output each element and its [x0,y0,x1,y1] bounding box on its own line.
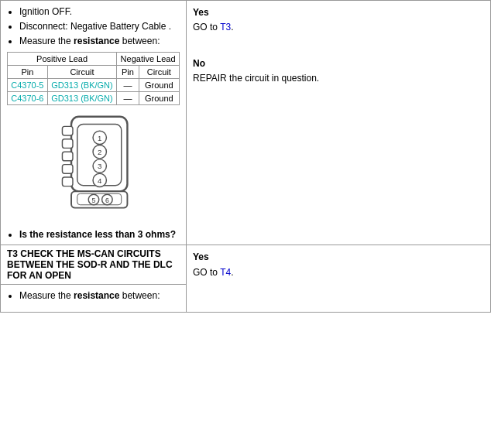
instruction-3: Measure the resistance between: [19,35,180,48]
yes-no-block: Yes GO to T3. No REPAIR the circuit in q… [193,5,484,86]
no-action: REPAIR the circuit in question. [193,71,484,86]
t3-link[interactable]: T3 [220,22,231,32]
connector-svg: 1 2 3 4 5 6 [47,113,140,221]
yes-action: GO to T3. [193,20,484,35]
question-item: Is the resistance less than 3 ohms? [19,229,180,240]
row2-pin1: C4370-6 [8,92,48,105]
instruction-2: Disconnect: Negative Battery Cable . [19,20,180,33]
resistance-table: Positive Lead Negative Lead Pin Circuit … [7,52,180,105]
question-text: Is the resistance less than 3 ohms? [19,229,176,240]
svg-rect-4 [62,152,73,162]
question-list: Is the resistance less than 3 ohms? [7,229,180,240]
row1-pin1: C4370-5 [8,79,48,92]
t3-left: T3 CHECK THE MS-CAN CIRCUITS BETWEEN THE… [1,245,187,312]
col-header-circuit2: Circuit [139,66,179,79]
t3-right: Yes GO to T4. [187,245,490,312]
section1-row: Ignition OFF. Disconnect: Negative Batte… [0,0,491,245]
positive-lead-header: Positive Lead [8,53,117,66]
col-header-pin1: Pin [8,66,48,79]
col-header-pin2: Pin [117,66,139,79]
t3-content: Measure the resistance between: [1,285,186,312]
t4-link[interactable]: T4 [220,267,231,278]
t3-yes-block: Yes GO to T4. [193,250,484,279]
svg-text:3: 3 [98,162,101,171]
t3-yes-action: GO to T4. [193,265,484,280]
t3-resistance-bold: resistance [74,290,119,301]
row2-circuit2: Ground [139,92,179,105]
svg-rect-6 [62,177,73,186]
row1-dash: — [117,79,139,92]
instruction-1: Ignition OFF. [19,5,180,19]
yes-label: Yes [193,5,484,20]
t3-header: T3 CHECK THE MS-CAN CIRCUITS BETWEEN THE… [1,245,186,285]
section1-right: Yes GO to T3. No REPAIR the circuit in q… [187,1,490,245]
negative-lead-header: Negative Lead [117,53,180,66]
connector-diagram: 1 2 3 4 5 6 [7,113,180,221]
row2-dash: — [117,92,139,105]
col-header-circuit1: Circuit [47,66,116,79]
svg-text:2: 2 [98,148,101,156]
main-container: Ignition OFF. Disconnect: Negative Batte… [0,0,491,313]
svg-text:1: 1 [98,134,101,142]
svg-rect-5 [62,165,73,174]
svg-text:5: 5 [91,197,95,204]
t3-yes-label: Yes [193,250,484,265]
t3-section: T3 CHECK THE MS-CAN CIRCUITS BETWEEN THE… [0,245,491,313]
svg-rect-3 [62,139,73,149]
t3-instruction-1: Measure the resistance between: [19,289,180,303]
resistance-bold: resistance [74,36,119,46]
svg-text:4: 4 [98,176,102,185]
instructions-list: Ignition OFF. Disconnect: Negative Batte… [7,5,180,47]
no-label: No [193,56,484,71]
section1-left: Ignition OFF. Disconnect: Negative Batte… [1,1,187,245]
t3-instructions-list: Measure the resistance between: [7,289,180,303]
row1-circuit2: Ground [139,79,179,92]
row1-circuit1: GD313 (BK/GN) [47,79,116,92]
svg-rect-2 [62,127,73,136]
row2-circuit1: GD313 (BK/GN) [47,92,116,105]
svg-text:6: 6 [105,197,108,204]
